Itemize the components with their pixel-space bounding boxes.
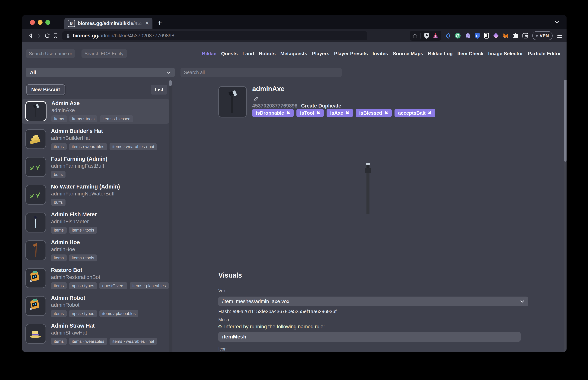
diamond-icon[interactable] [493,33,499,39]
browser-tab[interactable]: B biomes.gg/admin/bikkie/45370 ✕ [64,18,152,29]
sync-green-icon[interactable] [455,33,461,39]
item-subtitle: adminFarmingNoWaterBuff [51,191,120,197]
item-title: No Water Farming (Admin) [51,184,120,190]
close-window-button[interactable] [30,20,35,25]
create-duplicate-link[interactable]: Create Duplicate [301,103,341,109]
nav-item-invites[interactable]: Invites [373,51,388,57]
nav-item-land[interactable]: Land [242,51,254,57]
bookmark-icon[interactable] [51,33,60,39]
forward-icon[interactable] [35,33,43,38]
list-item[interactable]: Admin Robot adminRobot items npcs › type… [22,294,169,318]
bat-triangle-icon[interactable] [433,33,439,38]
tag: items › wearables › hat [109,143,157,150]
list-item[interactable]: Restoro Bot adminRestorationBot items np… [22,266,169,290]
sidebar-scrollbar[interactable] [169,80,172,352]
remove-badge-icon[interactable]: ✖ [286,110,290,115]
vox-hash: Hash: e99a2611153fe2ba436780e5255ef1aa62… [218,309,336,314]
brave-shield-icon[interactable] [424,33,430,39]
item-tags: items npcs › types questGivers items › p… [51,282,169,289]
nav-item-item-check[interactable]: Item Check [457,51,483,57]
r-shield-icon[interactable]: R [475,33,480,39]
badge-isAxe[interactable]: isAxe ✖ [327,109,353,117]
nav-item-source-maps[interactable]: Source Maps [393,51,423,57]
puzzle-icon[interactable] [513,33,518,38]
filter-select[interactable]: All [26,68,175,77]
list-view-button[interactable]: List [151,85,167,95]
nav-item-player-presets[interactable]: Player Presets [334,51,368,57]
nav-item-bikkie[interactable]: Bikkie [202,51,216,57]
metamask-fox-icon[interactable] [503,33,509,38]
url-bar[interactable]: biomes.gg/admin/bikkie/4537020877769898 [62,31,367,40]
remove-badge-icon[interactable]: ✖ [428,110,432,115]
remove-badge-icon[interactable]: ✖ [384,110,388,115]
list-item[interactable]: Admin Straw Hat adminStrawHat items item… [22,321,169,346]
remove-badge-icon[interactable]: ✖ [345,110,349,115]
menu-icon[interactable] [557,34,562,38]
maximize-window-button[interactable] [45,20,50,25]
list-item[interactable]: Admin Builder's Hat adminBuilderHat item… [22,127,169,152]
svg-text:R: R [476,34,479,38]
vpn-button[interactable]: VPN [532,31,553,40]
robot-thumbnail-icon [25,296,46,316]
remove-badge-icon[interactable]: ✖ [316,110,320,115]
vox-select[interactable]: /item_meshes/admin_axe.vox [218,297,528,306]
browser-toolbar: biomes.gg/admin/bikkie/4537020877769898 [22,29,567,42]
main-scrollbar-thumb[interactable] [564,80,567,162]
item-subtitle: adminBuilderHat [51,135,157,141]
nav-item-image-selector[interactable]: Image Selector [488,51,523,57]
tag: items › tools [69,227,97,234]
url-path: /admin/bikkie/4537020877769898 [98,33,174,38]
wallet-icon[interactable] [522,33,528,38]
sidebar-scrollbar-thumb[interactable] [169,80,172,86]
reload-icon[interactable] [43,33,51,38]
toolbar-right-icons: R VPN [410,31,562,41]
nav-item-quests[interactable]: Quests [221,51,238,57]
biscuit-list: Admin Axe adminAxe items items › tools i… [22,99,172,346]
nav-item-metaquests[interactable]: Metaquests [280,51,307,57]
list-item[interactable]: Admin Hoe adminHoe items items › tools [22,238,169,263]
url-text: biomes.gg/admin/bikkie/4537020877769898 [73,33,174,39]
search-username-input[interactable] [26,49,75,58]
search-ecs-entity-input[interactable] [82,49,127,58]
nav-item-players[interactable]: Players [312,51,330,57]
list-item[interactable]: No Water Farming (Admin) adminFarmingNoW… [22,182,169,207]
badge-isDroppable[interactable]: isDroppable ✖ [252,109,294,117]
page-content: Bikkie Quests Land Robots Metaquests Pla… [22,42,567,352]
share-group [410,31,441,41]
mesh-rule-input[interactable] [218,332,521,342]
new-biscuit-button[interactable]: New Biscuit [26,84,65,95]
badge-isBlessed[interactable]: isBlessed ✖ [356,109,392,117]
minimize-window-button[interactable] [38,20,42,25]
nav-item-particle-editor[interactable]: Particle Editor [528,51,561,57]
device-icon[interactable] [484,33,489,39]
share-icon[interactable] [413,33,418,38]
list-item[interactable]: Admin Axe adminAxe items items › tools i… [22,99,169,124]
tag: items › placeables [130,282,169,289]
list-item[interactable]: Fast Farming (Admin) adminFarmingFastBuf… [22,154,169,179]
nav-item-robots[interactable]: Robots [259,51,276,57]
signal-waves-icon[interactable] [445,33,451,39]
close-tab-icon[interactable]: ✕ [145,20,149,26]
tab-favicon-icon: B [68,20,75,27]
item-title: Admin Fish Meter [51,211,97,218]
edit-name-pencil-icon[interactable] [252,96,259,102]
search-all-input[interactable] [181,68,342,77]
main-scrollbar[interactable] [564,80,567,352]
tag: npcs › types [69,310,97,317]
tag: items › blessed [100,115,133,122]
back-icon[interactable] [26,33,35,38]
item-subtitle: adminRobot [51,302,138,308]
tab-search-chevron-icon[interactable] [554,21,559,24]
item-tags: items items › tools [51,254,97,261]
ghost-icon[interactable] [465,33,471,39]
badge-acceptsBait[interactable]: acceptsBait ✖ [395,109,435,117]
tag: items › placeables [99,310,138,317]
new-tab-button[interactable]: + [157,19,162,27]
hoe-thumbnail-icon [25,240,46,260]
list-item[interactable]: Admin Fish Meter adminFishMeter items it… [22,210,169,235]
item-preview-thumbnail [218,86,247,117]
item-tags: items items › tools [51,227,97,234]
fish-meter-thumbnail-icon [25,212,46,232]
nav-item-bikkie-log[interactable]: Bikkie Log [428,51,453,57]
badge-isTool[interactable]: isTool ✖ [296,109,324,117]
